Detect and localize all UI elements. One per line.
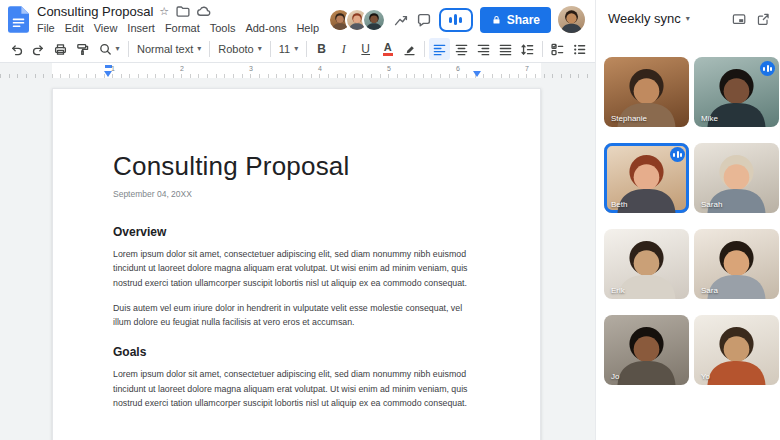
redo-button[interactable] [28,38,49,60]
docs-logo-icon[interactable] [8,6,29,33]
participant-tile[interactable]: Yo [694,315,779,385]
menu-insert[interactable]: Insert [127,22,155,34]
participant-name: Sarah [701,200,722,209]
style-value: Normal text [137,43,193,55]
paragraph: Duis autem vel eum iriure dolor in hendr… [113,301,480,330]
picture-in-picture-icon[interactable] [732,12,746,26]
comments-icon[interactable] [416,12,432,28]
chevron-down-icon: ▾ [294,45,298,53]
mic-indicator [760,61,775,76]
ruler-number: 1 [111,65,115,72]
document-canvas: Consulting Proposal September 04, 20XX O… [0,78,595,440]
app: Consulting Proposal ☆ FileEditViewInsert… [0,0,780,440]
menu-tools[interactable]: Tools [210,22,236,34]
bullet-list-icon [572,42,587,57]
participant-tile[interactable]: Jo [604,315,689,385]
checklist-icon [550,42,565,57]
print-icon [53,42,68,57]
text-color-button[interactable]: A [377,38,398,60]
menu-add-ons[interactable]: Add-ons [245,22,286,34]
mic-indicator [670,147,685,162]
cloud-status-icon[interactable] [196,4,211,19]
move-folder-icon[interactable] [175,4,190,19]
toolbar-divider [128,41,129,57]
toolbar-divider [209,41,210,57]
ruler-number: 4 [318,65,322,72]
menu-view[interactable]: View [94,22,118,34]
participant-grid: Stephanie Mike Beth Sarah Er [596,57,780,385]
align-left-button[interactable] [429,38,450,60]
participant-tile[interactable]: Sarah [694,143,779,213]
italic-icon: I [342,42,346,57]
section-heading: Goals [113,345,480,359]
redo-icon [31,42,46,57]
font-dropdown[interactable]: Roboto ▾ [214,38,266,60]
font-value: Roboto [218,43,253,55]
meeting-title: Weekly sync [608,11,681,26]
meeting-title-dropdown[interactable]: Weekly sync ▾ [608,11,722,26]
ruler-number: 5 [387,65,391,72]
section-heading: Overview [113,225,480,239]
participant-name: Sara [701,286,718,295]
menu-edit[interactable]: Edit [65,22,84,34]
participant-tile[interactable]: Stephanie [604,57,689,127]
bullet-list-button[interactable] [569,38,590,60]
font-size-dropdown[interactable]: 11 ▾ [275,38,302,60]
star-icon[interactable]: ☆ [159,5,169,18]
collaborator-photo [364,10,384,30]
chevron-down-icon: ▾ [197,45,201,53]
share-button[interactable]: Share [480,7,551,33]
checklist-button[interactable] [547,38,568,60]
highlight-button[interactable] [399,38,420,60]
line-spacing-button[interactable] [517,38,538,60]
underline-icon: U [361,42,370,56]
undo-button[interactable] [6,38,27,60]
bold-icon: B [317,42,326,56]
underline-button[interactable]: U [355,38,376,60]
style-dropdown[interactable]: Normal text ▾ [133,38,205,60]
print-button[interactable] [50,38,71,60]
paint-format-button[interactable] [72,38,93,60]
chevron-down-icon: ▾ [115,45,119,53]
italic-button[interactable]: I [333,38,354,60]
participant-name: Yo [701,372,710,381]
collaborator-avatars [328,8,386,32]
meet-call-button[interactable] [439,8,473,32]
paragraph: Lorem ipsum dolor sit amet, consectetuer… [113,367,480,410]
menu-file[interactable]: File [37,22,55,34]
meet-sidebar: Weekly sync ▾ Stephanie Mike [595,0,780,440]
menu-format[interactable]: Format [165,22,200,34]
document-body: OverviewLorem ipsum dolor sit amet, cons… [113,225,480,410]
margin-marker-right[interactable] [473,71,481,77]
document-page[interactable]: Consulting Proposal September 04, 20XX O… [52,88,541,440]
user-avatar[interactable] [558,6,585,33]
menu-help[interactable]: Help [296,22,319,34]
user-photo [558,6,585,33]
doc-title-and-menus: Consulting Proposal ☆ FileEditViewInsert… [37,3,320,36]
align-right-icon [476,42,491,57]
zoom-icon [98,42,113,57]
chevron-down-icon: ▾ [686,15,690,23]
open-in-new-icon[interactable] [756,12,770,26]
justify-button[interactable] [495,38,516,60]
line-spacing-icon [520,42,535,57]
bold-button[interactable]: B [311,38,332,60]
align-center-button[interactable] [451,38,472,60]
zoom-dropdown[interactable]: ▾ [94,38,124,60]
ruler-number: 2 [180,65,184,72]
chevron-down-icon: ▾ [258,45,262,53]
participant-name: Mike [701,114,718,123]
align-right-button[interactable] [473,38,494,60]
doc-title[interactable]: Consulting Proposal [37,4,153,19]
participant-name: Jo [611,372,619,381]
toolbar-divider [542,41,543,57]
participant-tile[interactable]: Sara [694,229,779,299]
justify-icon [498,42,513,57]
participant-name: Beth [611,200,627,209]
chart-icon[interactable] [393,12,409,28]
docs-editor: Consulting Proposal ☆ FileEditViewInsert… [0,0,595,440]
participant-tile[interactable]: Beth [604,143,689,213]
participant-tile[interactable]: Erik [604,229,689,299]
collaborator-avatar[interactable] [362,8,386,32]
participant-tile[interactable]: Mike [694,57,779,127]
